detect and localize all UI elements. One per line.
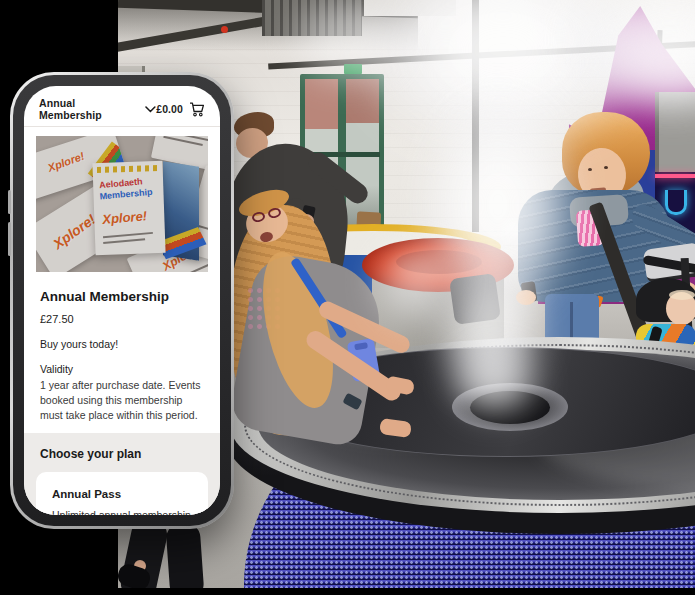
chevron-down-icon — [145, 106, 156, 113]
cart-icon — [189, 102, 205, 117]
smoke-puff-left — [368, 235, 463, 330]
plan-section-title: Choose your plan — [40, 447, 208, 461]
neon-letter-u — [665, 190, 687, 215]
girl-leg-2 — [165, 521, 204, 588]
volume-button-up — [8, 190, 11, 214]
baby-hair-wisp — [669, 290, 695, 300]
cart-button[interactable]: £0.00 — [156, 102, 205, 117]
woman-eye-left — [588, 168, 592, 171]
validity-text: 1 year after purchase date. Events booke… — [40, 378, 204, 424]
shop-header: Annual Membership £0.00 — [24, 86, 220, 126]
badge-clip — [354, 342, 368, 350]
header-divider — [24, 126, 220, 127]
neon-pink-tube — [655, 174, 695, 178]
product-image: Xplore! Xplore! Xplore! — [36, 136, 208, 272]
plan-description: Unlimited annual membership — [52, 509, 192, 515]
phone-mockup: Annual Membership £0.00 — [10, 72, 234, 529]
fire-alarm — [221, 26, 228, 33]
volume-button-down — [8, 222, 11, 256]
selector-label: Annual Membership — [39, 97, 139, 121]
cart-total: £0.00 — [156, 103, 183, 115]
product-title: Annual Membership — [40, 289, 204, 304]
page: Annual Membership £0.00 — [0, 0, 695, 595]
membership-selector[interactable]: Annual Membership — [39, 97, 156, 121]
product-tagline: Buy yours today! — [40, 338, 204, 350]
woman-eye-right — [604, 166, 608, 169]
phone-screen: Annual Membership £0.00 — [24, 86, 220, 515]
validity-label: Validity — [40, 363, 204, 375]
plan-section: Choose your plan Annual Pass Unlimited a… — [24, 433, 220, 515]
phone-frame: Annual Membership £0.00 — [13, 75, 231, 526]
image-dim-overlay — [36, 136, 208, 272]
product-price: £27.50 — [40, 313, 204, 325]
plan-name: Annual Pass — [52, 488, 192, 500]
smoke-at-hole — [448, 345, 543, 420]
plan-option-annual-pass[interactable]: Annual Pass Unlimited annual membership — [36, 472, 208, 515]
